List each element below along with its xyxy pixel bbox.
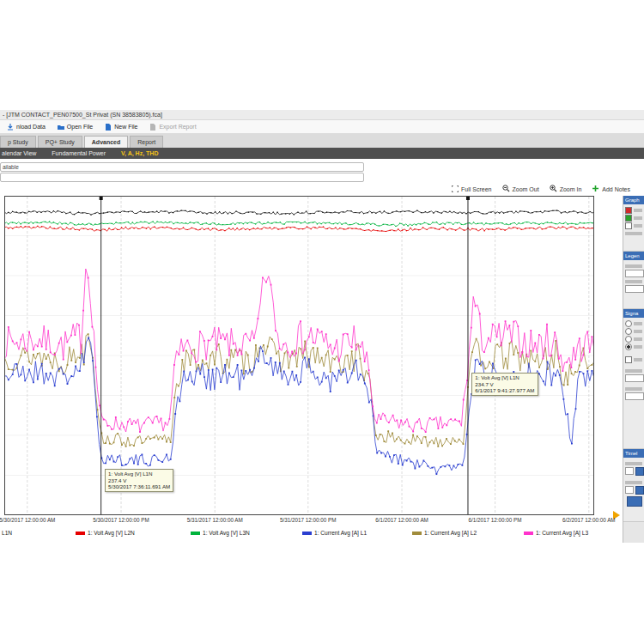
label-bar [634,224,642,228]
label-bar [634,330,642,333]
chart-svg[interactable] [4,196,594,515]
chart-legend: L1N 1: Volt Avg [V] L2N 1: Volt Avg [V] … [0,530,644,539]
legend-label: 1: Current Avg [A] L1 [314,530,367,536]
cursor-tooltip-1: 1: Volt Avg [V] L1N 237.4 V 5/30/2017 7:… [105,469,173,492]
legend-label: 1: Current Avg [A] L3 [536,530,588,536]
legend-item-volt-l1n[interactable]: L1N [2,530,12,536]
export-report-label: Export Report [159,124,196,130]
label-bar [634,345,642,349]
x-tick-label: 6/2/2017 12:00:00 AM [562,517,616,523]
chart-area[interactable]: 1: Volt Avg [V] L1N 237.4 V 5/30/2017 7:… [0,196,644,515]
legend-item-volt-l2n[interactable]: 1: Volt Avg [V] L2N [76,530,135,536]
chart-toolbar: Full Screen Zoom Out Zoom In [452,185,630,193]
full-screen-label: Full Screen [461,186,491,192]
window-title: - [JTM CONTACT_PEN07500_St Privat (SN 38… [0,110,644,120]
start-input[interactable] [625,467,634,475]
subtab-fundamental-power[interactable]: Fundamental Power [52,150,106,156]
legend-label: L1N [2,530,12,536]
radio-option[interactable] [625,336,632,343]
export-report-button[interactable]: Export Report [149,124,196,131]
label-bar [625,264,642,268]
add-notes-button[interactable]: Add Notes [592,185,630,193]
label-bar [634,358,642,361]
zoom-out-icon [502,185,510,193]
label-bar [634,322,642,325]
radio-option[interactable] [625,320,632,327]
label-bar [634,337,642,341]
subtab-v-a-hz-thd[interactable]: V, A, Hz, THD [121,150,158,156]
export-report-icon [149,124,156,131]
sidebar-panel-header-timeline[interactable]: Timel [623,449,644,458]
label-bar [634,216,642,220]
new-file-icon [105,124,112,131]
legend-label: 1: Current Avg [A] L2 [424,530,477,536]
sidebar-panel-body-legend [623,260,644,309]
end-input[interactable] [625,392,644,400]
new-file-button[interactable]: New File [105,124,137,131]
tab-load-study[interactable]: p Study [0,136,36,148]
x-tick-label: 5/30/2017 12:00:00 PM [93,517,149,523]
x-tick-label: 6/1/2017 12:00:00 PM [469,517,522,523]
sidebar-panel-header-legend[interactable]: Legen [623,252,644,260]
open-file-button[interactable]: Open File [58,124,93,131]
right-sidebar: Graph Legen Signa [623,196,644,543]
sidebar-panel-body-timeline [623,458,644,522]
begin-input[interactable] [625,374,644,382]
series-toggle-checkbox-green[interactable] [625,215,632,222]
tab-advanced[interactable]: Advanced [84,136,128,148]
legend-item-volt-l3n[interactable]: 1: Volt Avg [V] L3N [191,530,250,536]
set-checkbox[interactable] [625,356,632,363]
tooltip-timestamp: 5/30/2017 7:36:11.691 AM [108,483,170,490]
open-file-label: Open File [67,124,93,130]
screenshot-canvas: - [JTM CONTACT_PEN07500_St Privat (SN 38… [0,0,644,644]
view-subtabs: alendar View Fundamental Power V, A, Hz,… [0,148,644,159]
sidebar-panel-header-graph[interactable]: Graph [623,196,644,204]
label-bar [625,481,642,484]
series-toggle-checkbox-red[interactable] [625,207,632,214]
mini-dropdown[interactable] [625,285,644,293]
label-bar [625,387,642,391]
zoom-out-button[interactable]: Zoom Out [502,185,539,193]
zoom-out-label: Zoom Out [513,186,539,192]
full-screen-button[interactable]: Full Screen [452,185,491,193]
sidebar-panel-header-signals[interactable]: Signa [623,309,644,318]
download-icon [7,124,14,131]
label-bar [625,280,642,283]
radio-option-selected[interactable] [625,343,632,350]
x-tick-label: 6/1/2017 12:00:00 AM [375,517,428,523]
tooltip-value: 234.7 V [475,381,534,388]
tab-report[interactable]: Report [130,136,163,148]
apply-button[interactable] [627,496,642,507]
legend-item-current-l2[interactable]: 1: Current Avg [A] L2 [412,530,477,536]
legend-swatch [191,532,200,535]
end-date-input[interactable] [625,486,634,494]
label-bar [625,369,642,373]
subtab-calendar-view[interactable]: alendar View [2,150,36,156]
series-toggle-checkbox[interactable] [625,222,632,229]
zoom-in-label: Zoom In [560,186,582,192]
cursor-tooltip-2: 1: Volt Avg [V] L1N 234.7 V 6/1/2017 9:4… [471,373,538,396]
label-bar [625,232,642,235]
filter-zone: ailable Full Screen Zoom Out [0,159,644,196]
download-data-button[interactable]: nload Data [7,124,46,131]
download-data-label: nload Data [16,124,46,130]
legend-item-current-l3[interactable]: 1: Current Avg [A] L3 [524,530,588,536]
legend-label: 1: Volt Avg [V] L2N [88,530,135,536]
radio-option[interactable] [625,328,632,335]
filter-combobox-2[interactable] [0,173,364,182]
x-tick-label: 5/31/2017 12:00:00 PM [280,517,336,523]
zoom-in-icon [550,185,557,193]
legend-item-current-l1[interactable]: 1: Current Avg [A] L1 [302,530,367,536]
tooltip-timestamp: 6/1/2017 9:41:27.977 AM [475,387,534,394]
x-axis: 5/30/2017 12:00:00 AM 5/30/2017 12:00:00… [0,517,644,526]
mini-dropdown[interactable] [625,270,644,277]
filter-combobox-1[interactable]: ailable [0,162,364,172]
folder-open-icon [58,124,64,131]
x-tick-label: 5/30/2017 12:00:00 AM [0,517,55,523]
date-picker-button[interactable] [635,467,644,476]
zoom-in-button[interactable]: Zoom In [550,185,582,193]
tooltip-series: 1: Volt Avg [V] L1N [475,374,534,381]
tab-pq-study[interactable]: PQ+ Study [38,136,82,148]
date-picker-button[interactable] [635,486,644,495]
legend-label: 1: Volt Avg [V] L3N [203,530,250,536]
